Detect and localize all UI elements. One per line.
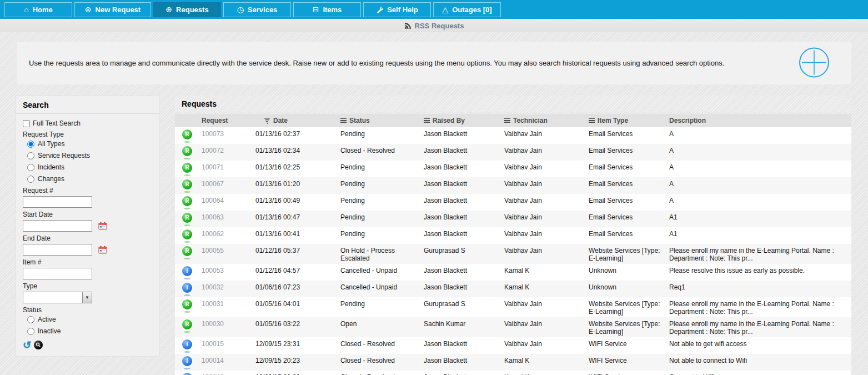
all-types-radio[interactable] [27,141,34,148]
header-technician[interactable]: Technician [503,114,588,127]
table-row[interactable]: R 100064 01/13/16 00:49 Pending Jason Bl… [175,194,851,211]
radio-incidents[interactable]: Incidents [27,163,153,171]
start-date-input[interactable] [23,220,92,232]
nav-requests-label: Requests [176,6,209,14]
request-raised-by-cell: Jason Blackett [423,211,503,227]
changes-radio[interactable] [27,176,34,183]
table-row[interactable]: R 100031 01/05/16 04:01 Pending Gurupras… [175,297,851,317]
row-type-cell: R [175,227,200,244]
incidents-label: Incidents [38,163,64,171]
request-raised-by-cell: Jason Blackett [423,127,503,144]
table-row[interactable]: R 100030 01/05/16 03:22 Open Sachin Kuma… [175,317,851,337]
radio-active[interactable]: Active [27,316,153,323]
header-item-type[interactable]: Item Type [588,114,668,127]
request-id-link[interactable]: 100053 [200,264,248,281]
table-row[interactable]: R 100062 01/13/16 00:41 Pending Jason Bl… [175,227,851,244]
row-type-cell: R [175,297,200,317]
rss-requests-link[interactable]: RSS Requests [415,22,464,30]
table-row[interactable]: R 100071 01/13/16 02:25 Pending Jason Bl… [175,161,851,177]
row-type-cell: I [175,281,200,297]
request-item-type-cell: Email Services [588,177,668,194]
header-request[interactable]: Request [200,114,248,127]
request-description-cell: A [668,194,851,211]
request-number-input[interactable] [23,196,92,208]
sort-lines-icon [424,118,430,123]
request-raised-by-cell: Jason Blackett [423,227,503,244]
request-id-link[interactable]: 100071 [200,161,248,177]
request-id-link[interactable]: 100013 [200,371,248,375]
nav-home-button[interactable]: ⌂ Home [4,2,72,17]
request-technician-cell: Vaibhav Jain [503,177,588,194]
service-requests-label: Service Requests [38,152,90,159]
request-id-link[interactable]: 100014 [200,354,248,371]
request-id-link[interactable]: 100032 [200,281,248,297]
incidents-radio[interactable] [27,164,34,171]
request-id-link[interactable]: 100030 [200,317,248,337]
search-panel-title: Search [16,96,159,114]
request-id-link[interactable]: 100055 [200,244,248,264]
request-technician-cell: Vaibhav Jain [503,317,588,337]
request-id-link[interactable]: 100072 [200,144,248,161]
header-raised-by[interactable]: Raised By [423,114,503,127]
request-id-link[interactable]: 100073 [200,127,248,144]
nav-requests-button[interactable]: ⊕ Requests [153,2,221,17]
table-row[interactable]: I 100032 01/06/16 07:23 Cancelled - Unpa… [175,281,851,297]
full-text-search-checkbox-row[interactable]: Full Text Search [23,119,153,127]
request-id-link[interactable]: 100062 [200,227,248,244]
request-status-cell: Pending [339,227,423,244]
request-raised-by-cell: Jason Blackett [423,371,503,375]
end-date-input[interactable] [23,244,92,256]
table-row[interactable]: I 100053 01/12/16 04:57 Cancelled - Unpa… [175,264,851,281]
table-row[interactable]: I 100014 12/09/15 20:23 Closed - Resolve… [175,354,851,371]
table-row[interactable]: I 100015 12/09/15 23:31 Closed - Resolve… [175,337,851,354]
nav-outages-button[interactable]: △ Outages [0] [433,2,501,17]
request-icon: R [182,319,192,329]
request-date-cell: 01/13/16 00:47 [248,211,339,227]
search-button[interactable] [34,341,43,349]
service-requests-radio[interactable] [27,152,34,159]
sort-descending-icon [264,118,270,124]
table-row[interactable]: R 100067 01/13/16 01:20 Pending Jason Bl… [175,177,851,194]
header-description: Description [668,114,851,127]
request-item-type-cell: Website Services [Type: E-Learning] [588,317,668,337]
active-radio[interactable] [27,316,34,323]
radio-service-requests[interactable]: Service Requests [27,152,153,159]
nav-items-button[interactable]: ⊟ Items [293,2,361,17]
header-icon-column [175,118,200,123]
request-type-label: Request Type [23,131,153,138]
item-number-input[interactable] [23,268,92,279]
start-date-calendar-icon[interactable] [98,222,107,230]
table-row[interactable]: I 100013 12/09/15 20:20 Closed - Resolve… [175,371,851,375]
table-row[interactable]: R 100072 01/13/16 02:34 Closed - Resolve… [175,144,851,161]
incident-icon: I [182,339,192,349]
nav-services-button[interactable]: ◷ Services [223,2,291,17]
request-description-cell: A1 [668,227,851,244]
inactive-radio[interactable] [27,328,34,335]
incident-icon: I [182,266,192,276]
expand-plus-icon[interactable] [796,44,832,82]
radio-changes[interactable]: Changes [27,175,153,183]
table-row[interactable]: R 100073 01/13/16 02:37 Pending Jason Bl… [175,127,851,144]
reset-button[interactable]: ↺ [23,341,31,349]
row-type-cell: R [175,161,200,177]
end-date-calendar-icon[interactable] [98,246,107,254]
incident-icon: I [182,373,192,375]
table-row[interactable]: R 100055 01/12/16 05:37 On Hold - Proces… [175,244,851,264]
request-id-link[interactable]: 100064 [200,194,248,211]
request-id-link[interactable]: 100031 [200,297,248,317]
request-date-cell: 12/09/15 20:20 [248,371,339,375]
items-icon: ⊟ [313,6,319,13]
header-date[interactable]: Date [248,114,339,127]
radio-all-types[interactable]: All Types [27,140,153,148]
request-id-link[interactable]: 100015 [200,337,248,354]
type-select[interactable]: ▼ [23,292,92,303]
full-text-search-checkbox[interactable] [23,120,30,127]
request-date-cell: 01/13/16 00:49 [248,194,339,211]
request-id-link[interactable]: 100067 [200,177,248,194]
nav-new-request-button[interactable]: ⊛ New Request [74,2,151,17]
table-row[interactable]: R 100063 01/13/16 00:47 Pending Jason Bl… [175,211,851,227]
radio-inactive[interactable]: Inactive [27,327,153,335]
header-status[interactable]: Status [339,114,423,127]
request-id-link[interactable]: 100063 [200,211,248,227]
nav-self-help-button[interactable]: Self Help [363,2,431,17]
